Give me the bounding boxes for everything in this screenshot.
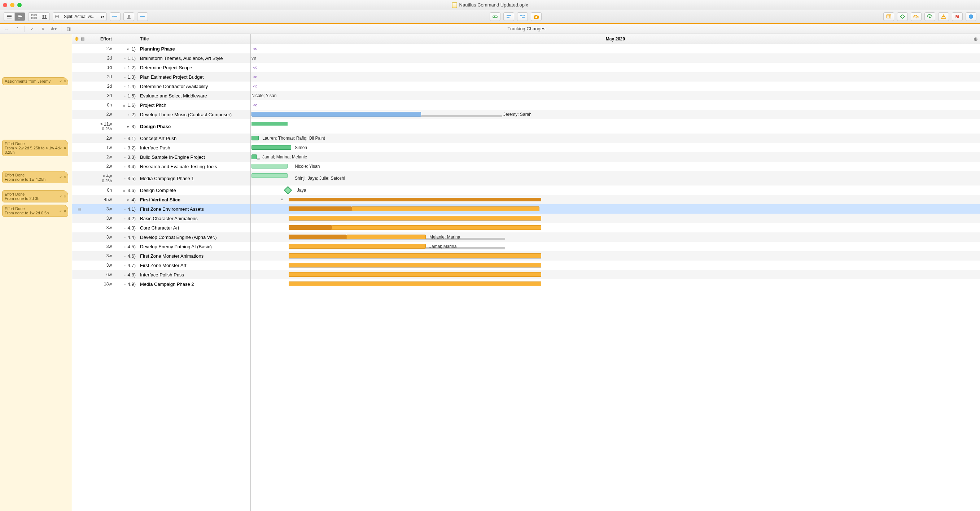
- collapse-up-button[interactable]: ⌃: [13, 25, 22, 32]
- gantt-row[interactable]: Nicole; Yisan: [251, 162, 980, 171]
- accept-icon[interactable]: ✓: [59, 146, 62, 150]
- reschedule-button[interactable]: [517, 12, 528, 21]
- table-row[interactable]: 18w• 4.9)Media Campaign Phase 2: [72, 279, 250, 289]
- add-resource-button[interactable]: [123, 12, 134, 21]
- task-bar[interactable]: [289, 244, 426, 248]
- table-row[interactable]: 2d• 1.1)Brainstorm Themes, Audience, Art…: [72, 53, 250, 63]
- gantt-row[interactable]: ≪: [251, 100, 980, 110]
- table-row[interactable]: 2w• 2)Develop Theme Music (Contract Comp…: [72, 110, 250, 119]
- table-row[interactable]: > 4w0.25h• 3.5)Media Campaign Phase 1: [72, 171, 250, 186]
- title-column-header[interactable]: Title: [138, 37, 250, 41]
- accept-icon[interactable]: ✓: [59, 175, 62, 179]
- task-bar[interactable]: [347, 234, 426, 239]
- gantt-row[interactable]: Lauren; Thomas; Rafiq; Oil Paint: [251, 134, 980, 143]
- gantt-row[interactable]: Nicole; Yisan: [251, 91, 980, 100]
- catch-up-button[interactable]: [952, 12, 963, 21]
- snapshot-button[interactable]: [531, 12, 542, 21]
- table-row[interactable]: 1w• 3.2)Interface Push: [72, 143, 250, 152]
- table-row[interactable]: 2d• 1.3)Plan Estimated Project Budget: [72, 72, 250, 81]
- task-bar[interactable]: [251, 136, 259, 140]
- table-row[interactable]: 3w• 4.5)Develop Enemy Pathing AI (Basic): [72, 242, 250, 251]
- gantt-row[interactable]: [251, 119, 980, 134]
- milestone-marker[interactable]: [284, 186, 292, 194]
- disclosure-triangle-icon[interactable]: ▼: [126, 125, 129, 129]
- split-mode-dropdown[interactable]: ⛁ Split: Actual vs... ▴▾: [52, 12, 107, 21]
- change-card[interactable]: Assignments from Jeremy✓✕: [2, 77, 68, 85]
- table-row[interactable]: 0h◆ 3.6)Design Complete: [72, 186, 250, 195]
- task-bar[interactable]: [289, 207, 352, 211]
- change-settings-button[interactable]: ✱▾: [49, 25, 58, 32]
- inspector-styles-button[interactable]: [897, 12, 908, 21]
- task-bar[interactable]: [289, 282, 541, 286]
- table-row[interactable]: 2w• 3.1)Concept Art Push: [72, 134, 250, 143]
- view-outline-button[interactable]: [3, 12, 14, 21]
- accept-icon[interactable]: ✓: [59, 209, 62, 213]
- table-row[interactable]: 3w• 4.2)Basic Character Animations: [72, 213, 250, 223]
- reject-change-button[interactable]: ✕: [38, 25, 47, 32]
- table-row[interactable]: 2d• 1.4)Determine Contractor Availabilit…: [72, 81, 250, 91]
- reject-icon[interactable]: ✕: [64, 194, 67, 199]
- gantt-row[interactable]: ≪: [251, 44, 980, 53]
- task-bar[interactable]: [289, 263, 541, 267]
- table-row[interactable]: 6w• 4.8)Interface Polish Pass: [72, 270, 250, 279]
- summary-bar[interactable]: [251, 122, 288, 126]
- leveling-button[interactable]: [490, 12, 501, 21]
- task-bar[interactable]: [289, 225, 332, 230]
- gantt-row[interactable]: [251, 279, 980, 289]
- table-row[interactable]: 3w• 4.3)Core Character Art: [72, 223, 250, 232]
- gantt-row[interactable]: [251, 251, 980, 261]
- accept-change-button[interactable]: ✓: [28, 25, 37, 32]
- accept-icon[interactable]: ✓: [59, 80, 62, 83]
- gantt-row[interactable]: ≪: [251, 63, 980, 72]
- gantt-row[interactable]: Shinji; Jaya; Julie; Satoshi: [251, 171, 980, 186]
- table-row[interactable]: 1d• 1.2)Determine Project Scope: [72, 63, 250, 72]
- disclosure-triangle-icon[interactable]: ▼: [126, 199, 129, 202]
- gantt-row[interactable]: ve: [251, 53, 980, 63]
- table-row[interactable]: > 11w0.25h▼ 3)Design Phase: [72, 119, 250, 134]
- table-row[interactable]: ▤3w• 4.1)First Zone Environment Assets: [72, 204, 250, 213]
- table-row[interactable]: 2w• 3.4)Research and Evaluate Testing To…: [72, 162, 250, 171]
- task-bar[interactable]: [289, 216, 541, 221]
- change-card[interactable]: Effort DoneFrom none to 1w 4.25h✓✕: [2, 171, 68, 183]
- add-milestone-button[interactable]: [137, 12, 148, 21]
- gantt-row[interactable]: ≪: [251, 72, 980, 81]
- add-task-button[interactable]: [110, 12, 121, 21]
- table-row[interactable]: 45w▼ 4)First Vertical Slice: [72, 195, 250, 204]
- toggle-sidebar-button[interactable]: ◨: [64, 25, 73, 32]
- gantt-row[interactable]: [251, 270, 980, 279]
- gantt-body[interactable]: ≪ve≪≪≪Nicole; Yisan≪Jeremy; SarahLauren;…: [251, 44, 980, 289]
- disclosure-triangle-icon[interactable]: ▼: [126, 48, 129, 51]
- change-card[interactable]: Effort DoneFrom none to 1w 2d 0.5h✓✕: [2, 205, 68, 217]
- task-bar[interactable]: [289, 272, 541, 277]
- gantt-row[interactable]: Jaya: [251, 186, 980, 195]
- violations-button[interactable]: [938, 12, 949, 21]
- task-bar[interactable]: [251, 154, 257, 159]
- close-window-button[interactable]: [3, 3, 7, 7]
- change-card[interactable]: Effort DoneFrom > 2w 2d 5.25h to > 1w 4d…: [2, 140, 68, 156]
- disclosure-triangle-icon[interactable]: ▼: [280, 198, 283, 201]
- gantt-row[interactable]: Melanie; Marina: [251, 232, 980, 242]
- task-bar[interactable]: [251, 173, 288, 178]
- table-row[interactable]: 2w• 3.3)Build Sample In-Engine Project: [72, 152, 250, 162]
- task-bar[interactable]: [251, 164, 288, 169]
- gantt-row[interactable]: ▼: [251, 195, 980, 204]
- table-row[interactable]: 3w• 4.4)Develop Combat Engine (Alpha Ver…: [72, 232, 250, 242]
- table-row[interactable]: 0h◆ 1.6)Project Pitch: [72, 100, 250, 110]
- gantt-row[interactable]: Jeremy; Sarah: [251, 110, 980, 119]
- gantt-row[interactable]: ≪: [251, 81, 980, 91]
- summary-bar[interactable]: [289, 198, 541, 201]
- reject-icon[interactable]: ✕: [64, 80, 67, 83]
- zoom-in-icon[interactable]: ⊕: [974, 36, 978, 42]
- baseline-button[interactable]: [503, 12, 514, 21]
- minimize-window-button[interactable]: [10, 3, 14, 7]
- accept-icon[interactable]: ✓: [59, 194, 62, 199]
- publish-button[interactable]: [911, 12, 921, 21]
- info-button[interactable]: [966, 12, 977, 21]
- gantt-row[interactable]: Jamal; Marina; Melanie: [251, 152, 980, 162]
- table-row[interactable]: 3w• 4.7)First Zone Monster Art: [72, 261, 250, 270]
- change-card[interactable]: Effort DoneFrom none to 2d 3h✓✕: [2, 190, 68, 202]
- gantt-row[interactable]: [251, 213, 980, 223]
- effort-column-header[interactable]: Effort: [87, 37, 116, 41]
- gantt-row[interactable]: Jamal; Marina: [251, 242, 980, 251]
- view-network-button[interactable]: [28, 12, 39, 21]
